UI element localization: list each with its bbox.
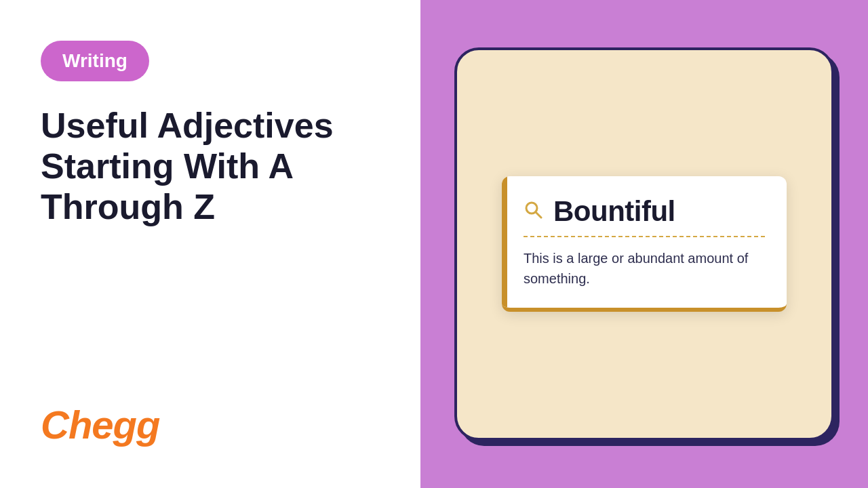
left-panel: Writing Useful Adjectives Starting With …: [0, 0, 420, 488]
dictionary-card: Bountiful This is a large or abundant am…: [502, 176, 787, 312]
title-line3: Through Z: [41, 187, 215, 226]
dict-card-accent: [502, 176, 507, 308]
svg-line-41: [536, 212, 541, 218]
dict-search-row: Bountiful: [524, 195, 765, 237]
dict-word: Bountiful: [553, 195, 675, 228]
main-title: Useful Adjectives Starting With A Throug…: [41, 106, 380, 227]
dict-card-inner: Bountiful This is a large or abundant am…: [502, 176, 787, 308]
dict-definition: This is a large or abundant amount of so…: [524, 248, 765, 289]
title-line1: Useful Adjectives: [41, 106, 334, 145]
chegg-logo: Chegg: [41, 402, 159, 447]
search-icon: [524, 200, 542, 224]
title-line2: Starting With A: [41, 146, 294, 186]
tablet-card: Bountiful This is a large or abundant am…: [454, 47, 834, 441]
right-panel: Bountiful This is a large or abundant am…: [420, 0, 868, 488]
writing-badge: Writing: [41, 41, 149, 81]
